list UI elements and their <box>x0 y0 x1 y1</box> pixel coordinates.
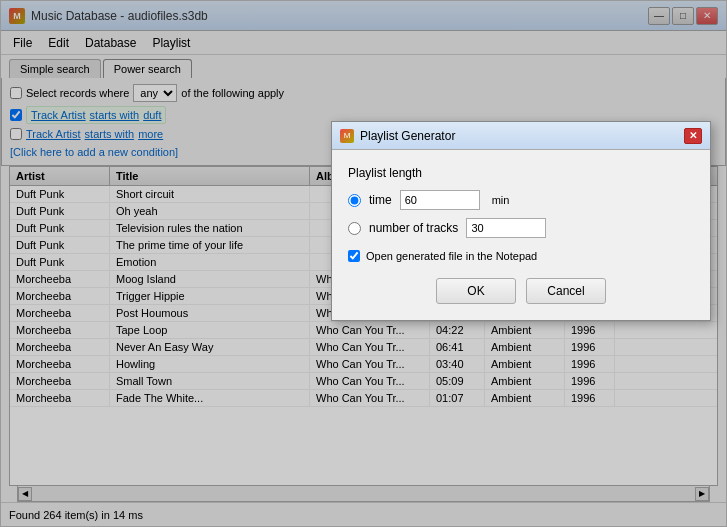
tracks-label: number of tracks <box>369 221 458 235</box>
time-label: time <box>369 193 392 207</box>
cancel-button[interactable]: Cancel <box>526 278 606 304</box>
dialog-close-button[interactable]: ✕ <box>684 128 702 144</box>
dialog-app-icon: M <box>340 129 354 143</box>
notepad-label: Open generated file in the Notepad <box>366 250 537 262</box>
tracks-input[interactable] <box>466 218 546 238</box>
tracks-radio[interactable] <box>348 222 361 235</box>
dialog-title: Playlist Generator <box>360 129 455 143</box>
tracks-radio-row: number of tracks <box>348 218 694 238</box>
dialog-buttons: OK Cancel <box>348 278 694 304</box>
time-suffix: min <box>492 194 510 206</box>
dialog-title-bar: M Playlist Generator ✕ <box>332 122 710 150</box>
playlist-generator-dialog: M Playlist Generator ✕ Playlist length t… <box>331 121 711 321</box>
ok-button[interactable]: OK <box>436 278 516 304</box>
time-radio-row: time min <box>348 190 694 210</box>
dialog-content: Playlist length time min number of track… <box>332 150 710 320</box>
notepad-checkbox-row: Open generated file in the Notepad <box>348 250 694 262</box>
time-input[interactable] <box>400 190 480 210</box>
time-radio[interactable] <box>348 194 361 207</box>
modal-overlay: M Playlist Generator ✕ Playlist length t… <box>1 1 726 526</box>
playlist-length-label: Playlist length <box>348 166 694 180</box>
dialog-title-left: M Playlist Generator <box>340 129 455 143</box>
main-window: M Music Database - audiofiles.s3db — □ ✕… <box>0 0 727 527</box>
notepad-checkbox[interactable] <box>348 250 360 262</box>
